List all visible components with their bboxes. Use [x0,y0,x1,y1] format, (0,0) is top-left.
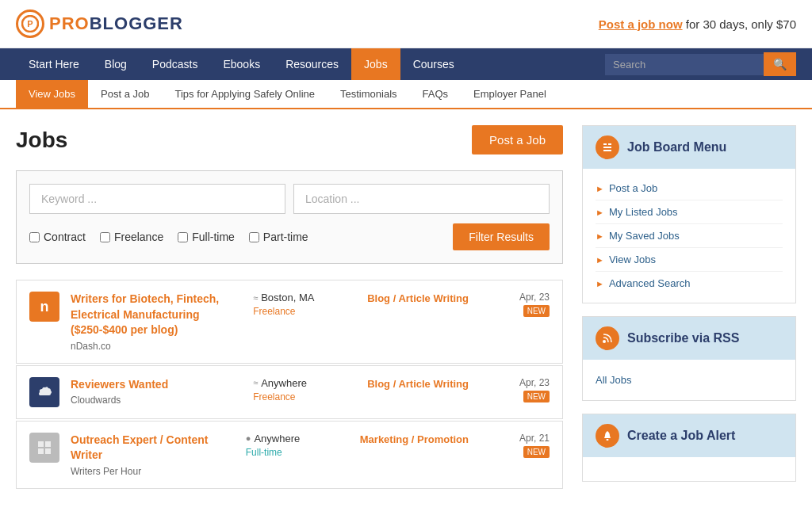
rss-icon [596,326,619,350]
location-name-3: ● Anywhere [246,433,336,444]
freelance-checkbox[interactable] [100,232,110,242]
job-alert-header: Create a Job Alert [583,414,795,457]
subnav-testimonials[interactable]: Testimonials [327,80,410,108]
sidebar-my-saved-jobs[interactable]: My Saved Jobs [609,230,680,242]
sidebar: Job Board Menu ► Post a Job ► My Listed … [582,125,796,494]
job-location-3: ● Anywhere Full-time [239,433,343,458]
subnav-post-a-job[interactable]: Post a Job [88,80,162,108]
job-company-1: nDash.co [71,341,236,352]
list-item: ► My Listed Jobs [596,200,783,224]
category-link-3[interactable]: Marketing / Promotion [360,433,469,445]
category-link-2[interactable]: Blog / Article Writing [367,378,469,390]
subnav-tips[interactable]: Tips for Applying Safely Online [162,80,327,108]
search-filters: Contract Freelance Full-time Part-time F… [16,170,563,264]
nav-resources[interactable]: Resources [273,48,351,80]
page-container: Jobs Post a Job Contract Freelance [0,109,812,510]
main-content: Jobs Post a Job Contract Freelance [16,125,563,494]
job-category-1: Blog / Article Writing [361,292,475,304]
nav-courses[interactable]: Courses [400,48,467,80]
job-company-3: Writers Per Hour [71,466,228,477]
svg-rect-4 [38,448,44,454]
arrow-icon: ► [596,184,604,193]
job-title-1: Writers for Biotech, Fintech, Electrical… [71,292,236,338]
nav-blog[interactable]: Blog [92,48,140,80]
svg-text:P: P [27,19,33,29]
filter-parttime[interactable]: Part-time [249,231,308,243]
svg-point-6 [603,340,606,343]
rss-header: Subscribe via RSS [583,317,795,360]
svg-rect-5 [45,448,51,454]
svg-rect-3 [45,441,51,447]
subnav-faqs[interactable]: FAQs [410,80,462,108]
nav-start-here[interactable]: Start Here [16,48,92,80]
sidebar-my-listed-jobs[interactable]: My Listed Jobs [609,206,678,218]
job-board-menu-box: Job Board Menu ► Post a Job ► My Listed … [582,125,796,303]
logo[interactable]: P PROBLOGGER [16,10,183,38]
job-icon-cloudwards [29,377,59,407]
header-promo: Post a job now for 30 days, only $70 [599,17,796,31]
logo-text: PROBLOGGER [49,13,183,34]
job-date-1: Apr, 23 NEW [486,292,550,317]
rss-box: Subscribe via RSS All Jobs [582,316,796,401]
new-badge-1: NEW [523,305,550,317]
job-title-link-1[interactable]: Writers for Biotech, Fintech, Electrical… [71,292,219,336]
job-board-menu-icon [596,135,619,159]
list-item: ► Post a Job [596,177,783,200]
rss-all-jobs: All Jobs [596,368,783,392]
nav-search-button[interactable]: 🔍 [764,52,796,76]
filter-freelance[interactable]: Freelance [100,231,163,243]
job-board-menu-title: Job Board Menu [627,140,726,154]
job-date-2: Apr, 23 NEW [486,377,550,402]
nav-ebooks[interactable]: Ebooks [210,48,273,80]
svg-rect-7 [607,439,609,441]
page-title: Jobs [16,128,67,153]
arrow-icon: ► [596,255,604,265]
checkbox-row: Contract Freelance Full-time Part-time F… [29,223,550,250]
post-job-button[interactable]: Post a Job [472,125,563,154]
job-alert-box: Create a Job Alert [582,414,796,482]
job-date-3: Apr, 21 NEW [486,433,550,458]
job-location-2: ≈ Anywhere Freelance [247,377,350,402]
job-title-link-2[interactable]: Reviewers Wanted [71,378,168,391]
nav-jobs[interactable]: Jobs [351,48,400,80]
nav-podcasts[interactable]: Podcasts [140,48,211,80]
nav-search-area: 🔍 [605,52,796,76]
sidebar-view-jobs[interactable]: View Jobs [609,254,656,265]
keyword-input[interactable] [29,184,285,214]
post-job-promo-link[interactable]: Post a job now [599,17,683,31]
filter-contract[interactable]: Contract [29,231,86,243]
filter-fulltime[interactable]: Full-time [178,231,235,243]
job-alert-icon [596,424,619,448]
table-row: n Writers for Biotech, Fintech, Electric… [16,280,563,364]
pin-icon-3: ● [246,433,251,443]
location-name-1: ≈ Boston, MA [253,292,343,303]
job-type-1: Freelance [253,306,343,317]
filter-results-button[interactable]: Filter Results [453,223,550,250]
wifi-icon-1: ≈ [253,293,258,303]
rss-title: Subscribe via RSS [627,331,739,345]
jobs-header: Jobs Post a Job [16,125,563,154]
rss-all-jobs-link[interactable]: All Jobs [596,374,632,386]
job-title-link-3[interactable]: Outreach Expert / Content Writer [71,433,208,462]
subnav-employer-panel[interactable]: Employer Panel [461,80,559,108]
category-link-1[interactable]: Blog / Article Writing [367,292,469,304]
sidebar-post-a-job[interactable]: Post a Job [609,182,657,194]
new-badge-2: NEW [523,391,550,402]
subnav-view-jobs[interactable]: View Jobs [16,80,88,108]
location-input[interactable] [293,184,550,214]
job-location-1: ≈ Boston, MA Freelance [247,292,350,317]
arrow-icon: ► [596,231,604,241]
fulltime-checkbox[interactable] [178,232,188,242]
job-details-2: Reviewers Wanted Cloudwards [71,377,236,406]
location-name-2: ≈ Anywhere [253,377,343,389]
rss-body: All Jobs [583,360,795,400]
nav-search-input[interactable] [605,54,764,75]
contract-checkbox[interactable] [29,232,40,242]
job-alert-title: Create a Job Alert [627,429,735,443]
parttime-checkbox[interactable] [249,232,259,242]
job-listings: n Writers for Biotech, Fintech, Electric… [16,280,563,489]
list-item: ► View Jobs [596,248,783,272]
sidebar-advanced-search[interactable]: Advanced Search [609,277,691,289]
site-header: P PROBLOGGER Post a job now for 30 days,… [0,0,812,48]
job-type-3: Full-time [246,447,336,458]
